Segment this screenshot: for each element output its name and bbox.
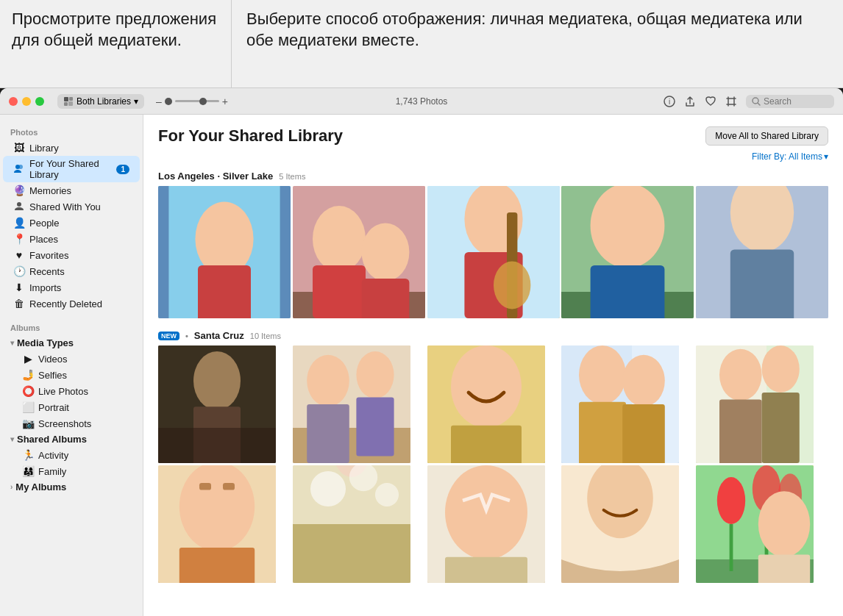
section1-header: Los Angeles · Silver Lake 5 Items [158,171,828,182]
svg-rect-39 [158,428,276,463]
section2-label: Santa Cruz [194,330,244,341]
search-input[interactable] [764,96,822,107]
section2-grid-row2 [158,465,828,583]
main-photo-area: For Your Shared Library Move All to Shar… [143,115,843,616]
maximize-button[interactable] [35,97,44,106]
photo-item[interactable] [696,345,814,463]
photo-item[interactable] [696,186,828,318]
main-header: For Your Shared Library Move All to Shar… [158,126,828,146]
move-all-button[interactable]: Move All to Shared Library [705,126,828,146]
photo-item[interactable] [293,345,410,463]
svg-rect-45 [356,397,394,456]
activity-icon: 🏃 [22,449,34,461]
sidebar-item-label: For Your Shared Library [29,158,112,180]
photo-item[interactable] [561,345,679,463]
info-icon[interactable]: i [664,96,675,107]
shared-albums-label: Shared Albums [17,434,87,445]
shared-albums-toggle[interactable]: ▾ Shared Albums [0,431,143,447]
sidebar-item-imports[interactable]: ⬇ Imports [3,279,140,296]
photo-item[interactable] [427,186,560,318]
svg-point-71 [375,483,399,506]
zoom-slider[interactable] [175,100,219,102]
toolbar-right: i [664,95,834,108]
sidebar-item-selfies[interactable]: 🤳 Selfies [3,367,140,383]
photo-item[interactable] [293,465,410,583]
zoom-minus-button[interactable]: – [156,96,162,107]
filter-button[interactable]: Filter By: All Items ▾ [752,151,828,162]
sidebar-item-label: Imports [29,282,61,293]
photo-item[interactable] [427,465,545,583]
sidebar-item-places[interactable]: 📍 Places [3,231,140,247]
tooltip-right-text: Выберите способ отображения: личная меди… [246,10,803,49]
sidebar-item-label: Live Photos [38,386,88,397]
media-types-label: Media Types [17,337,74,348]
sidebar-item-library[interactable]: 🖼 Library [3,140,140,156]
svg-rect-6 [728,99,734,104]
main-title: For Your Shared Library [158,126,343,146]
photo-item[interactable] [561,186,694,318]
svg-rect-60 [762,393,800,463]
svg-point-11 [17,202,21,207]
photo-item[interactable] [561,465,679,583]
svg-text:i: i [669,98,670,106]
sidebar-item-recently-deleted[interactable]: 🗑 Recently Deleted [3,296,140,312]
share-icon[interactable] [684,96,696,107]
svg-point-51 [579,345,626,404]
photo-item[interactable] [158,186,291,318]
zoom-icon [165,98,172,105]
section1-grid [158,186,828,318]
sidebar-item-people[interactable]: 👤 People [3,215,140,231]
sidebar-item-shared-with-you[interactable]: Shared With You [3,198,140,215]
shared-icon [13,201,25,212]
svg-point-30 [591,186,665,268]
svg-rect-13 [158,186,168,318]
sidebar-item-label: Favorites [29,250,68,261]
close-button[interactable] [9,97,18,106]
videos-icon: ▶ [22,353,34,365]
sidebar-item-label: Screenshots [38,418,91,429]
photo-item[interactable] [158,345,276,463]
heart-icon[interactable] [705,96,716,107]
selfies-icon: 🤳 [22,369,34,381]
sidebar-item-videos[interactable]: ▶ Videos [3,351,140,367]
screenshots-icon: 📷 [22,418,34,429]
photo-item[interactable] [293,186,425,318]
crop-icon[interactable] [725,96,737,107]
svg-rect-31 [591,265,665,318]
chevron-right-icon: › [10,483,13,491]
portrait-icon: ⬜ [22,401,34,413]
content-area: Photos 🖼 Library For Your Shared Library… [0,115,843,616]
svg-rect-58 [719,400,762,463]
my-albums-toggle[interactable]: › My Albums [0,479,143,495]
photo-item[interactable] [427,345,545,463]
svg-point-21 [361,223,409,281]
search-bar[interactable] [746,95,834,108]
svg-rect-65 [223,483,235,490]
zoom-plus-button[interactable]: + [222,96,228,107]
media-types-toggle[interactable]: ▾ Media Types [0,335,143,351]
sidebar-item-family[interactable]: 👨‍👩‍👧 Family [3,463,140,479]
sidebar-item-portrait[interactable]: ⬜ Portrait [3,399,140,415]
sidebar-item-for-shared[interactable]: For Your Shared Library 1 [3,156,140,182]
sidebar-item-live-photos[interactable]: ⭕ Live Photos [3,383,140,399]
my-albums-label: My Albums [15,481,66,493]
svg-point-19 [313,206,366,272]
svg-rect-20 [313,265,366,318]
photo-item[interactable] [158,465,276,583]
sidebar-item-label: Videos [38,354,68,365]
section2-count: 10 Items [250,332,281,340]
sidebar-item-favorites[interactable]: ♥ Favorites [3,247,140,263]
search-icon [752,97,761,106]
svg-rect-43 [307,404,349,463]
svg-point-57 [719,349,762,401]
minimize-button[interactable] [22,97,31,106]
photo-item[interactable] [696,465,814,583]
sidebar-item-activity[interactable]: 🏃 Activity [3,447,140,463]
svg-rect-52 [579,402,626,463]
sidebar-item-memories[interactable]: 🔮 Memories [3,182,140,198]
sidebar-item-label: Activity [38,450,68,461]
section1-label: Los Angeles · Silver Lake [158,171,273,182]
sidebar-item-recents[interactable]: 🕐 Recents [3,263,140,279]
sidebar-item-screenshots[interactable]: 📷 Screenshots [3,415,140,431]
library-selector[interactable]: Both Libraries ▾ [57,94,144,109]
